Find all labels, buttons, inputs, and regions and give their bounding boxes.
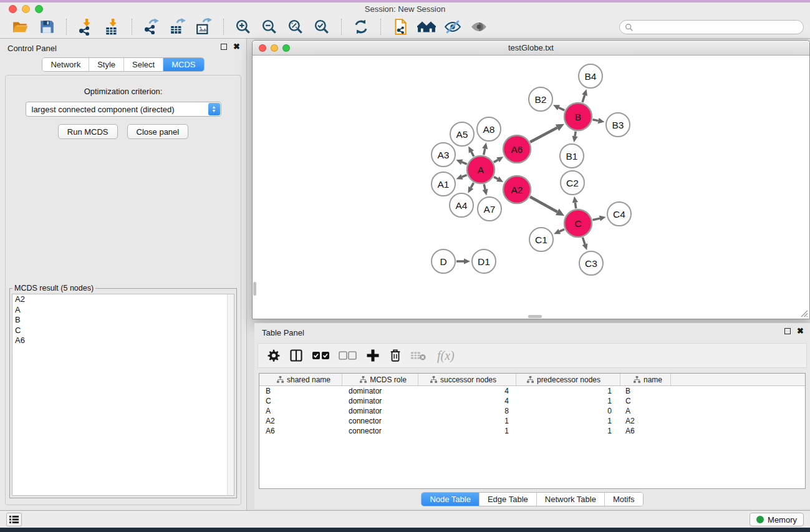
tab-style[interactable]: Style (89, 58, 124, 71)
result-list-item[interactable]: A6 (12, 336, 234, 346)
column-header[interactable]: successor nodes (418, 374, 516, 385)
columns-icon[interactable] (289, 348, 304, 363)
close-panel-icon[interactable]: ✖ (797, 328, 804, 334)
table-cell: connector (342, 427, 418, 435)
network-graph[interactable]: B4B2BB3A5A8A6A3B1AA1A2C2A4A7C4CC1C3DD1 (253, 56, 809, 318)
select-all-icon[interactable] (312, 349, 330, 362)
result-list-item[interactable]: A (12, 305, 234, 316)
float-panel-icon[interactable] (784, 328, 791, 334)
graph-edge[interactable] (575, 203, 576, 209)
tab-edge-table[interactable]: Edge Table (480, 493, 537, 506)
table-row[interactable]: Adominator80A (259, 406, 805, 416)
export-network-icon[interactable] (142, 17, 162, 36)
graph-edge[interactable] (471, 183, 473, 188)
graph-edge[interactable] (559, 230, 564, 231)
window-title: Session: New Session (0, 4, 810, 14)
result-list-item[interactable]: C (12, 326, 234, 336)
column-header[interactable]: name (620, 374, 671, 385)
result-scrollbar[interactable] (227, 294, 234, 495)
open-session-icon[interactable] (11, 17, 31, 36)
graph-edge[interactable] (559, 108, 564, 110)
export-table-icon[interactable] (168, 17, 188, 36)
hide-selected-eye-icon[interactable] (443, 17, 463, 36)
show-eye-icon[interactable] (469, 17, 489, 36)
network-canvas[interactable]: B4B2BB3A5A8A6A3B1AA1A2C2A4A7C4CC1C3DD1 (253, 56, 809, 318)
run-mcds-button[interactable]: Run MCDS (58, 124, 118, 139)
graph-edge[interactable] (494, 177, 498, 179)
graph-edge[interactable] (484, 184, 485, 189)
graph-edge[interactable] (462, 162, 467, 164)
resize-grip-icon[interactable] (799, 308, 808, 317)
zoom-out-icon[interactable] (259, 17, 279, 36)
close-panel-icon[interactable]: ✖ (233, 44, 240, 50)
network-hscroll[interactable] (528, 315, 542, 318)
network-vscroll[interactable] (253, 282, 256, 296)
function-builder-icon[interactable]: f(x) (437, 349, 455, 363)
graph-edge[interactable] (530, 128, 557, 142)
close-panel-button[interactable]: Close panel (127, 124, 189, 139)
table-header-row: shared nameMCDS rolesuccessor nodesprede… (259, 374, 805, 386)
zoom-fit-icon[interactable] (286, 17, 306, 36)
control-panel: Control Panel ✖ Network Style Select MCD… (0, 39, 247, 510)
graph-edge[interactable] (582, 95, 585, 102)
graph-edge[interactable] (592, 218, 599, 220)
delete-table-icon[interactable] (410, 349, 427, 362)
network-window-titlebar[interactable]: testGlobe.txt (253, 41, 809, 56)
table-row[interactable]: A6connector11A6 (259, 426, 805, 436)
tab-node-table[interactable]: Node Table (422, 493, 480, 506)
tab-motifs[interactable]: Motifs (605, 493, 643, 506)
graph-edge[interactable] (582, 238, 585, 244)
optimization-select[interactable]: largest connected component (directed) ▲… (26, 102, 221, 117)
table-cell: C (620, 397, 671, 405)
zoom-button[interactable] (35, 5, 43, 13)
column-header[interactable]: MCDS role (342, 374, 418, 385)
gear-icon[interactable] (267, 349, 281, 362)
graph-edge[interactable] (530, 197, 557, 212)
table-cell: C (259, 397, 342, 405)
column-tree-icon (430, 376, 437, 383)
table-row[interactable]: Bdominator41B (259, 386, 805, 396)
close-button[interactable] (9, 5, 17, 13)
graph-node-label: C4 (613, 209, 625, 220)
graph-edge[interactable] (462, 175, 467, 177)
graph-edge[interactable] (575, 132, 576, 137)
export-image-icon[interactable] (194, 17, 214, 36)
select-stepper-icon: ▲▼ (208, 103, 220, 115)
task-history-button[interactable] (6, 513, 22, 526)
mcds-result-list[interactable]: A2ABCA6 (12, 294, 234, 496)
table-cell: 0 (516, 407, 620, 415)
memory-button[interactable]: Memory (750, 513, 804, 526)
main-area: Control Panel ✖ Network Style Select MCD… (0, 39, 810, 510)
column-header[interactable]: predecessor nodes (516, 374, 620, 385)
result-list-item[interactable]: A2 (12, 294, 234, 305)
result-list-item[interactable]: B (12, 315, 234, 326)
add-column-icon[interactable] (365, 348, 380, 363)
minimize-button[interactable] (22, 5, 30, 13)
tab-select[interactable]: Select (124, 58, 163, 71)
graph-edge[interactable] (484, 148, 485, 155)
zoom-selected-icon[interactable] (312, 17, 332, 36)
search-input[interactable] (619, 20, 804, 34)
refresh-icon[interactable] (351, 17, 371, 36)
tab-network-table[interactable]: Network Table (537, 493, 605, 506)
deselect-all-icon[interactable] (339, 349, 357, 362)
graph-node-label: A4 (456, 200, 468, 211)
status-bar: Memory (0, 510, 810, 528)
import-table-icon[interactable] (102, 17, 122, 36)
clone-network-icon[interactable] (390, 17, 410, 36)
tab-network[interactable]: Network (42, 58, 89, 71)
save-session-icon[interactable] (37, 17, 57, 36)
graph-edge[interactable] (494, 160, 498, 162)
float-panel-icon[interactable] (221, 44, 227, 50)
table-toolbar: f(x) (258, 343, 807, 368)
graph-edge[interactable] (471, 152, 474, 156)
graph-edge[interactable] (593, 120, 599, 121)
table-row[interactable]: Cdominator41C (259, 396, 805, 406)
column-header[interactable]: shared name (259, 374, 342, 385)
table-row[interactable]: A2connector11A2 (259, 416, 805, 426)
tab-mcds[interactable]: MCDS (163, 58, 203, 71)
zoom-in-icon[interactable] (233, 17, 253, 36)
delete-column-icon[interactable] (388, 348, 402, 363)
import-network-icon[interactable] (76, 17, 96, 36)
home-layouts-icon[interactable] (417, 17, 436, 36)
